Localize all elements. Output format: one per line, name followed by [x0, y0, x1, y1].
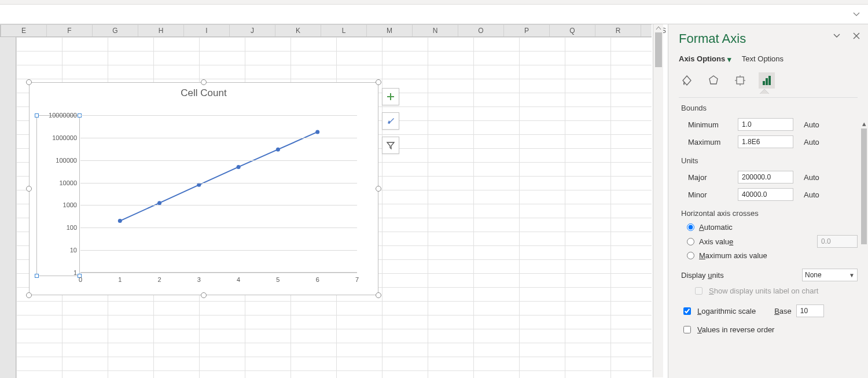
chart-resize-handle[interactable]: [26, 186, 32, 192]
chart-resize-handle[interactable]: [201, 79, 207, 85]
gridline: [80, 115, 357, 116]
column-header[interactable]: P: [504, 25, 550, 36]
chart-resize-handle[interactable]: [376, 186, 381, 192]
chart-resize-handle[interactable]: [201, 292, 207, 298]
svg-marker-6: [709, 76, 718, 84]
minimum-label: Minimum: [688, 120, 732, 129]
display-units-select[interactable]: None▼: [802, 269, 858, 281]
formula-bar[interactable]: [0, 5, 868, 24]
chart-title[interactable]: Cell Count: [30, 83, 378, 101]
svg-rect-7: [737, 77, 744, 84]
crosses-automatic-radio[interactable]: [687, 223, 694, 231]
chart-filters-button[interactable]: [382, 137, 399, 154]
chart-resize-handle[interactable]: [376, 79, 381, 85]
crosses-axis-value-radio[interactable]: [687, 238, 694, 245]
pane-scroll-up-arrow[interactable]: ▴: [860, 119, 868, 127]
x-axis-tick-label: 3: [190, 276, 208, 283]
chart-side-buttons: [382, 88, 399, 154]
gridline: [80, 205, 357, 205]
column-header[interactable]: M: [367, 25, 413, 36]
chart-styles-button[interactable]: [382, 112, 399, 130]
gridline: [80, 273, 357, 273]
scroll-thumb[interactable]: [655, 32, 662, 67]
log-scale-label: Logarithmic scale: [697, 307, 756, 315]
column-header[interactable]: I: [184, 25, 230, 36]
ribbon-strip: [0, 0, 868, 5]
column-header[interactable]: E: [1, 25, 47, 36]
column-header[interactable]: N: [413, 25, 458, 36]
scroll-up-arrow[interactable]: [653, 24, 664, 32]
svg-rect-9: [766, 78, 768, 85]
crosses-axis-value-input: [817, 235, 858, 248]
tab-axis-options[interactable]: Axis Options ▾: [679, 54, 731, 63]
svg-rect-10: [768, 76, 771, 85]
column-header[interactable]: F: [47, 25, 93, 36]
task-pane-options-button[interactable]: [833, 32, 840, 41]
column-header[interactable]: G: [93, 25, 138, 36]
log-base-label: Base: [774, 307, 792, 315]
svg-point-4: [276, 148, 280, 152]
row-number-gutter[interactable]: [0, 37, 16, 378]
bounds-maximum-auto[interactable]: Auto: [804, 138, 819, 146]
log-scale-checkbox[interactable]: [683, 307, 691, 315]
column-header[interactable]: H: [138, 25, 184, 36]
bounds-section-head: Bounds: [679, 101, 858, 116]
y-axis-tick-label: 10: [31, 247, 77, 254]
pane-tabs: Axis Options ▾ Text Options: [679, 54, 858, 63]
major-unit-label: Major: [688, 173, 732, 182]
crosses-max-axis-radio[interactable]: [687, 252, 694, 259]
pane-scroll-thumb[interactable]: [861, 129, 867, 244]
column-header[interactable]: O: [458, 25, 504, 36]
gridline: [80, 183, 357, 184]
crosses-max-axis-label: Maximum axis value: [699, 251, 767, 260]
svg-point-0: [118, 219, 122, 223]
bounds-minimum-input[interactable]: [738, 118, 793, 131]
show-display-units-label-checkbox: [695, 287, 703, 295]
crosses-axis-value-label: Axis value: [699, 237, 733, 246]
tab-text-options[interactable]: Text Options: [742, 54, 784, 63]
svg-point-1: [157, 201, 161, 205]
svg-point-3: [237, 165, 241, 169]
column-header[interactable]: K: [275, 25, 321, 36]
chart-resize-handle[interactable]: [26, 79, 32, 85]
axis-options-icon[interactable]: [759, 72, 775, 89]
units-major-input[interactable]: [738, 171, 793, 184]
chevron-down-icon: ▼: [849, 272, 855, 278]
embedded-chart[interactable]: Cell Count 11010010001000010000010000001…: [29, 82, 378, 295]
units-minor-input[interactable]: [738, 188, 793, 201]
gridline: [80, 138, 357, 138]
show-display-units-label-text: Show display units label on chart: [709, 287, 818, 295]
column-header[interactable]: J: [230, 25, 275, 36]
display-units-label: Display units: [681, 271, 751, 280]
x-axis-tick-label: 6: [309, 276, 326, 283]
gridline: [80, 160, 357, 161]
column-header[interactable]: L: [321, 25, 367, 36]
chart-elements-button[interactable]: [382, 88, 399, 105]
crosses-automatic-label: Automatic: [699, 223, 733, 232]
x-axis-tick-label: 0: [72, 276, 89, 283]
column-header[interactable]: R: [595, 25, 641, 36]
svg-point-5: [315, 130, 319, 134]
size-properties-icon[interactable]: [732, 72, 748, 89]
vertical-scrollbar[interactable]: [653, 24, 663, 377]
formula-bar-expand-button[interactable]: [852, 10, 860, 19]
column-header[interactable]: Q: [550, 25, 595, 36]
plot-area[interactable]: [80, 115, 357, 273]
chart-resize-handle[interactable]: [26, 292, 32, 298]
y-axis-tick-label: 100: [31, 224, 77, 231]
close-pane-button[interactable]: [853, 32, 860, 41]
bounds-maximum-input[interactable]: [738, 135, 793, 148]
effects-icon[interactable]: [705, 72, 722, 89]
chart-resize-handle[interactable]: [376, 292, 381, 298]
fill-line-icon[interactable]: [679, 72, 695, 89]
pane-category-icons: [679, 72, 858, 89]
bounds-minimum-auto[interactable]: Auto: [804, 120, 819, 129]
x-axis-tick-label: 4: [230, 276, 247, 283]
y-axis-tick-label: 1000: [31, 201, 77, 208]
chart-series[interactable]: [80, 115, 357, 273]
units-major-auto[interactable]: Auto: [804, 173, 819, 182]
units-minor-auto[interactable]: Auto: [804, 190, 819, 199]
log-base-input[interactable]: [796, 304, 824, 317]
svg-rect-8: [763, 81, 765, 85]
reverse-order-checkbox[interactable]: [683, 326, 691, 333]
